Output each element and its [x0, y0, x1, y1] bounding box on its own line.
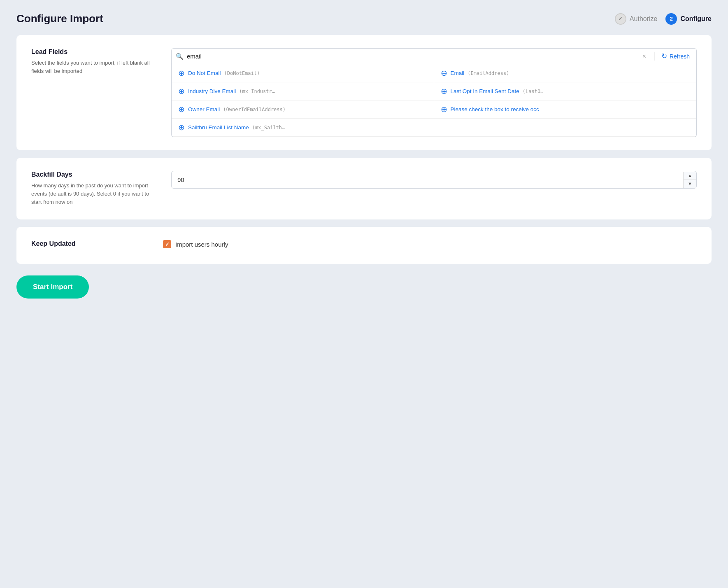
- import-hourly-label: Import users hourly: [175, 241, 228, 248]
- field-owner-email-code: (OwnerIdEmailAddress): [223, 107, 286, 112]
- refresh-button[interactable]: ↻ Refresh: [661, 52, 690, 61]
- import-hourly-checkbox[interactable]: [163, 240, 171, 248]
- keep-updated-content: Import users hourly: [163, 240, 697, 248]
- backfill-spinners: ▲ ▼: [683, 172, 696, 188]
- field-last-opt-in-code: (Last0…: [523, 89, 544, 94]
- clear-search-icon[interactable]: ×: [642, 53, 646, 60]
- backfill-card: Backfill Days How many days in the past …: [16, 158, 712, 219]
- step-configure: 2 Configure: [665, 13, 712, 25]
- page-title: Configure Import: [16, 12, 103, 25]
- field-do-not-email: ⊕ Do Not Email (DoNotEmail): [172, 64, 434, 82]
- lead-fields-card: Lead Fields Select the fields you want t…: [16, 35, 712, 150]
- backfill-input[interactable]: [172, 171, 683, 188]
- field-last-opt-in: ⊕ Last Opt In Email Sent Date (Last0…: [434, 82, 697, 100]
- refresh-btn-wrap: ↻ Refresh: [654, 52, 696, 61]
- spinner-up-button[interactable]: ▲: [684, 172, 696, 180]
- checkbox-row: Import users hourly: [163, 240, 697, 248]
- backfill-title: Backfill Days: [31, 171, 155, 178]
- steps-nav: Authorize 2 Configure: [615, 13, 712, 25]
- refresh-icon: ↻: [661, 52, 667, 61]
- field-industry-dive-name: Industry Dive Email: [188, 88, 236, 94]
- step-authorize: Authorize: [615, 13, 658, 25]
- field-sailthru-code: (mx_Sailth…: [252, 125, 285, 131]
- backfill-input-wrapper: ▲ ▼: [171, 171, 697, 189]
- field-sailthru-name: Sailthru Email List Name: [188, 124, 249, 131]
- field-please-check-name: Please check the box to receive occ: [451, 106, 539, 112]
- field-empty: [434, 119, 697, 137]
- field-email-name: Email: [451, 70, 465, 76]
- add-industry-dive-icon[interactable]: ⊕: [178, 87, 185, 95]
- field-industry-dive-code: (mx_Industr…: [239, 89, 275, 94]
- field-owner-email-name: Owner Email: [188, 106, 220, 112]
- field-please-check: ⊕ Please check the box to receive occ: [434, 100, 697, 119]
- fields-grid: ⊕ Do Not Email (DoNotEmail) ⊖ Email (Ema…: [171, 64, 697, 137]
- search-input[interactable]: [187, 49, 642, 64]
- add-please-check-icon[interactable]: ⊕: [441, 105, 447, 113]
- step-authorize-icon: [615, 13, 626, 25]
- field-last-opt-in-name: Last Opt In Email Sent Date: [451, 88, 519, 94]
- add-owner-email-icon[interactable]: ⊕: [178, 105, 185, 113]
- page-header: Configure Import Authorize 2 Configure: [16, 12, 712, 25]
- spinner-down-button[interactable]: ▼: [684, 180, 696, 188]
- step-configure-label: Configure: [680, 15, 712, 23]
- start-import-button[interactable]: Start Import: [16, 275, 89, 299]
- field-do-not-email-code: (DoNotEmail): [224, 70, 260, 76]
- field-email-code: (EmailAddress): [468, 70, 509, 76]
- lead-fields-label-col: Lead Fields Select the fields you want t…: [31, 48, 155, 75]
- refresh-label: Refresh: [670, 53, 690, 60]
- step-authorize-label: Authorize: [630, 15, 658, 23]
- backfill-desc: How many days in the past do you want to…: [31, 182, 155, 206]
- field-owner-email: ⊕ Owner Email (OwnerIdEmailAddress): [172, 100, 434, 119]
- keep-updated-title: Keep Updated: [31, 240, 147, 247]
- keep-updated-card: Keep Updated Import users hourly: [16, 227, 712, 264]
- field-sailthru: ⊕ Sailthru Email List Name (mx_Sailth…: [172, 119, 434, 137]
- field-email: ⊖ Email (EmailAddress) + −: [434, 64, 697, 82]
- search-icon: 🔍: [176, 53, 184, 60]
- keep-updated-label-col: Keep Updated: [31, 240, 147, 251]
- backfill-label-col: Backfill Days How many days in the past …: [31, 171, 155, 206]
- step-configure-icon: 2: [665, 13, 677, 25]
- remove-email-icon[interactable]: ⊖: [441, 69, 447, 77]
- add-do-not-email-icon[interactable]: ⊕: [178, 69, 185, 77]
- lead-fields-title: Lead Fields: [31, 48, 155, 56]
- search-top-row: 🔍 × ↻ Refresh: [171, 48, 697, 64]
- lead-fields-content: 🔍 × ↻ Refresh ⊕ Do Not Email (DoNo: [171, 48, 697, 137]
- field-do-not-email-name: Do Not Email: [188, 70, 221, 76]
- backfill-content: ▲ ▼: [171, 171, 697, 189]
- search-field-wrapper: 🔍 ×: [172, 49, 654, 64]
- field-industry-dive-email: ⊕ Industry Dive Email (mx_Industr…: [172, 82, 434, 100]
- add-sailthru-icon[interactable]: ⊕: [178, 124, 185, 131]
- lead-fields-desc: Select the fields you want to import, if…: [31, 59, 155, 75]
- add-last-opt-in-icon[interactable]: ⊕: [441, 87, 447, 95]
